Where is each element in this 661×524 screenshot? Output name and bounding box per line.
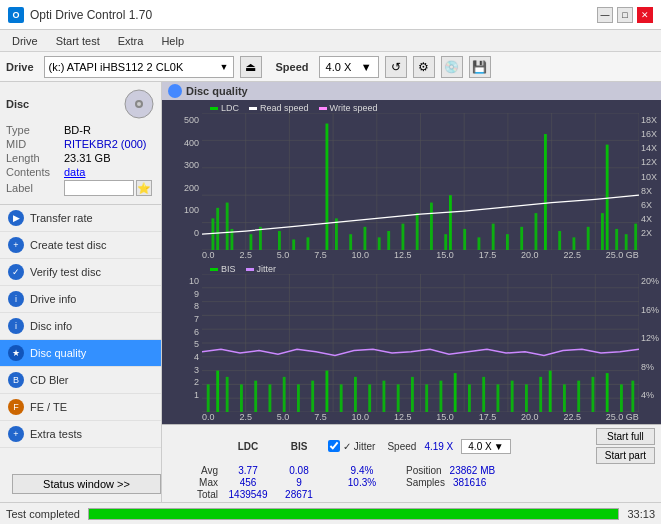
disc-panel: Disc Type BD-R MID RITEKBR2 (000) Length…: [0, 82, 161, 205]
svg-rect-105: [620, 384, 623, 412]
stats-data-rows: Avg 3.77 0.08 9.4% Position 23862 MB Max…: [168, 465, 655, 500]
disc-button[interactable]: 💿: [441, 56, 463, 78]
svg-rect-103: [592, 377, 595, 412]
disc-label-input[interactable]: [64, 180, 134, 196]
disc-graphic-icon: [123, 88, 155, 120]
disc-contents-value[interactable]: data: [64, 166, 85, 178]
svg-rect-102: [577, 381, 580, 412]
max-label: Max: [168, 477, 218, 488]
refresh-button[interactable]: ↺: [385, 56, 407, 78]
position-label: Position: [406, 465, 442, 476]
drive-dropdown[interactable]: (k:) ATAPI iHBS112 2 CL0K ▼: [44, 56, 234, 78]
svg-rect-78: [240, 384, 243, 412]
x-label-10: 10.0: [352, 250, 370, 260]
start-full-button[interactable]: Start full: [596, 428, 655, 445]
disc-label-label: Label: [6, 182, 64, 194]
samples-label: Samples: [406, 477, 445, 488]
x-label-20: 20.0: [521, 250, 539, 260]
svg-rect-80: [269, 384, 272, 412]
svg-rect-87: [368, 384, 371, 412]
sidebar-item-drive-info[interactable]: i Drive info: [0, 286, 161, 313]
avg-bis: 0.08: [278, 465, 320, 476]
disc-type-value: BD-R: [64, 124, 91, 136]
y2-right-20: 20%: [641, 276, 659, 286]
total-label: Total: [168, 489, 218, 500]
extra-tests-icon: +: [8, 426, 24, 442]
sidebar-item-cd-bler[interactable]: B CD Bler: [0, 367, 161, 394]
svg-rect-93: [454, 373, 457, 412]
svg-rect-29: [335, 218, 338, 250]
svg-rect-77: [226, 377, 229, 412]
sidebar-item-create-test-disc[interactable]: + Create test disc: [0, 232, 161, 259]
bis-legend: BIS: [210, 264, 236, 274]
progress-bar-fill: [89, 509, 618, 519]
drive-label: Drive: [6, 61, 34, 73]
speed-select-dropdown[interactable]: 4.0 X ▼: [461, 439, 510, 454]
sidebar-item-disc-info[interactable]: i Disc info: [0, 313, 161, 340]
y2-6: 6: [194, 327, 199, 337]
x-label-2.5: 2.5: [239, 250, 252, 260]
jitter-legend: Jitter: [246, 264, 277, 274]
speed-stat-label: Speed: [387, 441, 416, 452]
maximize-button[interactable]: □: [617, 7, 633, 23]
y2-9: 9: [194, 289, 199, 299]
settings-button[interactable]: ⚙: [413, 56, 435, 78]
status-window-button[interactable]: Status window >>: [12, 474, 161, 494]
close-button[interactable]: ✕: [637, 7, 653, 23]
nav-create-test-disc-label: Create test disc: [30, 239, 106, 251]
disc-type-label: Type: [6, 124, 64, 136]
menu-drive[interactable]: Drive: [4, 33, 46, 49]
y-right-14x: 14X: [641, 143, 657, 153]
speed-dropdown[interactable]: 4.0 X ▼: [319, 56, 379, 78]
save-button[interactable]: 💾: [469, 56, 491, 78]
max-row: Max 456 9 10.3% Samples 381616: [168, 477, 655, 488]
x-label-25gb: 25.0 GB: [606, 250, 639, 260]
disc-mid-value: RITEKBR2 (000): [64, 138, 147, 150]
toolbar: Drive (k:) ATAPI iHBS112 2 CL0K ▼ ⏏ Spee…: [0, 52, 661, 82]
x2-0: 0.0: [202, 412, 215, 422]
svg-rect-49: [601, 213, 604, 250]
chart2-svg: [202, 274, 639, 412]
eject-button[interactable]: ⏏: [240, 56, 262, 78]
menu-start-test[interactable]: Start test: [48, 33, 108, 49]
x-label-0: 0.0: [202, 250, 215, 260]
disc-mid-row: MID RITEKBR2 (000): [6, 138, 155, 150]
ldc-col-header: LDC: [222, 441, 274, 452]
nav-fe-te-label: FE / TE: [30, 401, 67, 413]
nav-disc-info-label: Disc info: [30, 320, 72, 332]
y-right-18x: 18X: [641, 115, 657, 125]
menu-extra[interactable]: Extra: [110, 33, 152, 49]
svg-rect-21: [226, 203, 229, 250]
svg-rect-84: [326, 371, 329, 412]
main-content: Disc Type BD-R MID RITEKBR2 (000) Length…: [0, 82, 661, 502]
drive-info-icon: i: [8, 291, 24, 307]
x-label-7.5: 7.5: [314, 250, 327, 260]
disc-label-button[interactable]: ⭐: [136, 180, 152, 196]
svg-rect-43: [520, 227, 523, 250]
sidebar-item-disc-quality[interactable]: ★ Disc quality: [0, 340, 161, 367]
svg-rect-31: [364, 227, 367, 250]
svg-rect-97: [511, 381, 514, 412]
sidebar-item-verify-test-disc[interactable]: ✓ Verify test disc: [0, 259, 161, 286]
svg-rect-83: [311, 381, 314, 412]
start-part-button[interactable]: Start part: [596, 447, 655, 464]
menu-help[interactable]: Help: [153, 33, 192, 49]
svg-rect-100: [549, 371, 552, 412]
x2-10: 10.0: [352, 412, 370, 422]
sidebar-item-transfer-rate[interactable]: ▶ Transfer rate: [0, 205, 161, 232]
y-right-8x: 8X: [641, 186, 652, 196]
sidebar-item-fe-te[interactable]: F FE / TE: [0, 394, 161, 421]
sidebar-item-extra-tests[interactable]: + Extra tests: [0, 421, 161, 448]
nav-extra-tests-label: Extra tests: [30, 428, 82, 440]
minimize-button[interactable]: —: [597, 7, 613, 23]
avg-row: Avg 3.77 0.08 9.4% Position 23862 MB: [168, 465, 655, 476]
nav-disc-quality-label: Disc quality: [30, 347, 86, 359]
svg-rect-51: [615, 229, 618, 250]
disc-length-value: 23.31 GB: [64, 152, 110, 164]
stats-left: Avg 3.77 0.08 9.4% Position 23862 MB Max…: [168, 465, 655, 500]
nav-cd-bler-label: CD Bler: [30, 374, 69, 386]
x2-2.5: 2.5: [239, 412, 252, 422]
jitter-checkbox[interactable]: [328, 440, 340, 452]
x2-15: 15.0: [436, 412, 454, 422]
x2-7.5: 7.5: [314, 412, 327, 422]
